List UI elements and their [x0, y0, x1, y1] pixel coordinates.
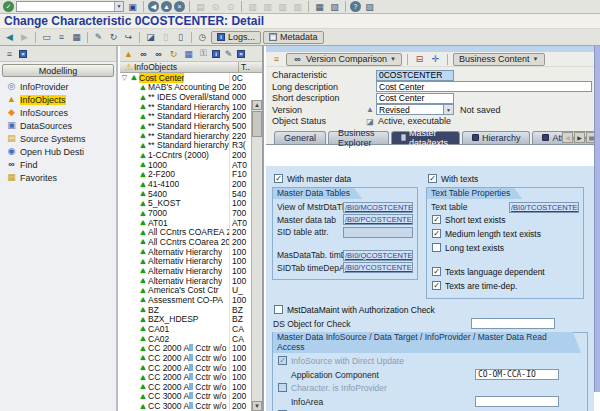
display-icon[interactable]: ▭	[40, 31, 53, 44]
back-circle-icon[interactable]: ◀	[148, 1, 159, 12]
command-dropdown-icon[interactable]: ▼	[114, 2, 123, 11]
tree-row[interactable]: ▲CA02CA	[120, 334, 251, 344]
tree-row[interactable]: ▲BZBZ	[120, 305, 251, 315]
tree-row[interactable]: ▲CC 3000 All Cctr w/o 1200200	[120, 401, 251, 411]
tree-row[interactable]: ▲CC 2000 All Cctr w/o 2-1210100	[120, 363, 251, 373]
sidebar-header[interactable]: Modelling	[2, 64, 114, 77]
tree-row[interactable]: ▲1000AT0	[120, 160, 251, 170]
tree-row[interactable]: ▲MAB's Accounting Departme200	[120, 83, 251, 93]
tree-row[interactable]: ▲Alternativ Hierarchy100	[120, 266, 251, 276]
cancel-circle-icon[interactable]: ×	[174, 1, 185, 12]
sidebar-item-favorites[interactable]: Favorites	[0, 171, 116, 184]
tree-row[interactable]: ▲Assessment CO-PA100	[120, 295, 251, 305]
tree-row[interactable]: ▲Alternativ Hierarchy100	[120, 276, 251, 286]
tree-picture-icon[interactable]: ▦	[182, 47, 195, 60]
with-master-data-checkbox[interactable]	[274, 174, 283, 183]
help-icon[interactable]: ?	[350, 1, 361, 12]
characteristic-field[interactable]: 0COSTCENTER	[376, 70, 454, 81]
lock-icon[interactable]: ▯	[159, 31, 172, 44]
tree-row[interactable]: ▲All CCntrs COAREA 2000200	[120, 228, 251, 238]
business-content-button[interactable]: Business Content ▼	[453, 53, 545, 66]
with-texts-checkbox[interactable]	[428, 174, 437, 183]
tree-find-icon[interactable]: ∞	[137, 47, 150, 60]
long-text-exists-checkbox[interactable]	[432, 243, 441, 252]
metadata-button[interactable]: ▤ Metadata	[263, 31, 324, 44]
auth-check-checkbox[interactable]	[274, 305, 283, 314]
tree-row[interactable]: ▲AT01AT0	[120, 218, 251, 228]
application-component-field[interactable]: CO-OM-CCA-IO	[475, 369, 559, 380]
tree-find-next-icon[interactable]: ∞	[152, 47, 165, 60]
scroll-up-icon[interactable]: ▲	[252, 100, 262, 110]
detail-scrollbar[interactable]	[594, 46, 600, 392]
clock-icon[interactable]: ◷	[196, 31, 209, 44]
detail-hierarchy-icon[interactable]: ≡	[270, 53, 283, 66]
scroll-down-icon[interactable]: ▼	[252, 401, 262, 411]
texts-language-dependent-checkbox[interactable]	[432, 267, 441, 276]
tree-row[interactable]: ▲CC 2000 All Cctr w/o 2-1200100	[120, 353, 251, 363]
tree-row[interactable]: ▲CC 2000 All Cctr w/o 2-1000100	[120, 343, 251, 353]
tree-row[interactable]: ▲** Standard hierarchy CA R3R3(	[120, 141, 251, 151]
tree-root-row[interactable]: ▽▲Cost Center0C	[120, 73, 251, 83]
sidebar-item-infoprovider[interactable]: InfoProvider	[0, 80, 116, 93]
short-description-field[interactable]: Cost Center	[376, 93, 454, 104]
version-field[interactable]: Revised	[376, 104, 444, 115]
sidebar-item-source-systems[interactable]: Source Systems	[0, 132, 116, 145]
print-icon[interactable]: ▤	[194, 0, 207, 13]
long-description-field[interactable]: Cost Center	[376, 81, 592, 92]
find-next-icon[interactable]: ⊙	[224, 0, 237, 13]
tree-row[interactable]: ▲41-4100200	[120, 179, 251, 189]
tab-scroll-right-icon[interactable]: ▶	[574, 132, 585, 143]
forward-icon[interactable]: ▶	[18, 31, 31, 44]
save-icon[interactable]: ▣	[126, 0, 139, 13]
expander-icon[interactable]: ▽	[120, 74, 129, 82]
tab-scroll-left-icon[interactable]: ◀	[562, 132, 573, 143]
close-panel-icon[interactable]: ×	[19, 50, 27, 58]
move-icon[interactable]: ↪	[122, 31, 135, 44]
tree-row[interactable]: ▲1-CCntrs (2000)200	[120, 150, 251, 160]
tree-row[interactable]: ▲Alternativ Hierarchy100	[120, 256, 251, 266]
tree-row[interactable]: ▲5_KOST100	[120, 199, 251, 209]
texts-time-dep-checkbox[interactable]	[432, 281, 441, 290]
exit-circle-icon[interactable]: ▲	[161, 1, 172, 12]
next-page-icon[interactable]: ▥	[276, 0, 289, 13]
tab-master-data-texts[interactable]: Master data/texts	[391, 131, 460, 144]
ds-object-field[interactable]	[471, 318, 555, 329]
tree-row[interactable]: ▲5400540	[120, 189, 251, 199]
grid-icon[interactable]: ▦	[70, 31, 83, 44]
short-text-exists-checkbox[interactable]	[432, 215, 441, 224]
transport-icon[interactable]: ⊟	[413, 53, 426, 66]
refresh-icon[interactable]: ↻	[107, 31, 120, 44]
command-field[interactable]: ▼	[16, 1, 124, 12]
new-session-icon[interactable]: ▦	[313, 0, 326, 13]
tab-hierarchy[interactable]: Hierarchy	[462, 131, 531, 144]
sidebar-item-infosources[interactable]: InfoSources	[0, 106, 116, 119]
tab-business-explorer[interactable]: Business Explorer	[328, 131, 389, 144]
hierarchy-icon[interactable]: ≡	[55, 31, 68, 44]
sidebar-item-datasources[interactable]: DataSources	[0, 119, 116, 132]
info-icon[interactable]: i	[212, 50, 220, 58]
tree-row[interactable]: ▲CC 2000 All Cctr w/o 2-1220100	[120, 372, 251, 382]
logs-button[interactable]: i Logs...	[211, 31, 261, 44]
shortcut-icon[interactable]: ▧	[328, 0, 341, 13]
version-comparison-button[interactable]: Version Comparison ▼	[286, 53, 402, 66]
back-icon[interactable]: ◀	[3, 31, 16, 44]
infosource-direct-update-checkbox[interactable]	[278, 356, 287, 365]
tree-scrollbar[interactable]: ▲ ▼	[251, 100, 262, 411]
tab-general[interactable]: General	[274, 131, 326, 144]
tree-row[interactable]: ▲** Standard Hierarchy CA 20200	[120, 112, 251, 122]
pencil-icon[interactable]: ✎	[92, 31, 105, 44]
tree-row[interactable]: ▲** IDES Overall/stand. hierar.000	[120, 92, 251, 102]
sidebar-item-find[interactable]: Find	[0, 158, 116, 171]
tree-refresh-icon[interactable]: ↻	[167, 47, 180, 60]
version-dropdown-icon[interactable]: ▼	[444, 104, 454, 115]
tree-row[interactable]: ▲** Standard hierarchy CA22(220	[120, 131, 251, 141]
sidebar-item-infoobjects[interactable]: InfoObjects	[0, 93, 116, 106]
text-table-field[interactable]: /BI0/TCOSTCENTER	[509, 202, 579, 213]
version-icon[interactable]: ◪	[144, 31, 157, 44]
tree-row[interactable]: ▲All CCntrs COarea 2000200	[120, 237, 251, 247]
sidtab-timedepattr-field[interactable]: /BI0/YCOSTCENTER	[343, 262, 413, 273]
tree-row[interactable]: ▲CC 2000 All Cctr w/o 2-2200100	[120, 382, 251, 392]
key-icon[interactable]: ⚿	[197, 47, 210, 60]
tree-column-header[interactable]: ⚠ InfoObjects T..	[120, 62, 262, 73]
tree-row[interactable]: ▲** Standard Hierarchy CA10100	[120, 102, 251, 112]
